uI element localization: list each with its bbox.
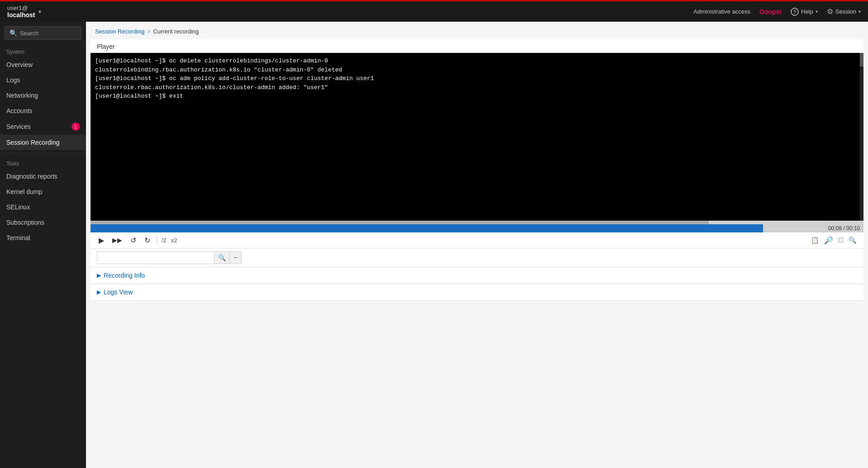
recording-info-header[interactable]: ▶ Recording Info	[97, 270, 857, 281]
speed-double-label[interactable]: x2	[171, 237, 177, 244]
topbar-right-actions: Administrative access Ooops! ? Help ▾ ⚙ …	[693, 7, 861, 16]
help-chevron-icon: ▾	[816, 9, 818, 14]
session-chevron-icon: ▾	[858, 9, 861, 14]
progress-bar-fill	[91, 224, 763, 232]
player-title: Player	[91, 39, 863, 53]
play-button[interactable]: ▶	[97, 235, 106, 246]
controls-right: 📋 🔎 □ 🔍	[810, 235, 857, 246]
tools-section-label: Tools	[0, 156, 86, 169]
player-area: Player [user1@localhost ~]$ oc delete cl…	[91, 39, 863, 468]
sidebar-subscriptions-label: Subscriptions	[6, 219, 44, 226]
logs-view-header[interactable]: ▶ Logs View	[97, 287, 857, 298]
progress-bar-wrapper[interactable]: 00:08 / 00:10	[91, 224, 863, 232]
sidebar-item-terminal[interactable]: Terminal	[0, 230, 86, 246]
sidebar-item-session-recording[interactable]: Session Recording	[0, 135, 86, 150]
sidebar-overview-label: Overview	[6, 61, 33, 68]
logs-view-label: Logs View	[104, 288, 133, 296]
search-filter-bar: 🔍 −	[91, 249, 863, 267]
zoom-out-button[interactable]: 🔎	[823, 235, 834, 246]
player-controls: ▶ ▶▶ ↺ ↻ /2 x2 📋 🔎 □ 🔍	[91, 232, 863, 249]
controls-divider	[157, 236, 157, 244]
topbar-hostname: localhost	[7, 11, 35, 19]
terminal-output: [user1@localhost ~]$ oc delete clusterro…	[91, 53, 863, 104]
sidebar-divider	[0, 153, 86, 153]
main-content: Session Recording > Current recording Pl…	[86, 22, 868, 468]
session-menu[interactable]: ⚙ Session ▾	[827, 7, 861, 16]
search-icon: 🔍	[10, 29, 17, 37]
terminal-hscrollbar-thumb	[91, 221, 709, 224]
system-section-label: System	[0, 44, 86, 57]
sidebar: 🔍 Search System Overview Logs Networking…	[0, 22, 86, 468]
sidebar-item-overview[interactable]: Overview	[0, 57, 86, 72]
sidebar-item-diagnostic-reports[interactable]: Diagnostic reports	[0, 169, 86, 184]
search-input-wrapper[interactable]: 🔍 Search	[5, 26, 81, 40]
breadcrumb-current: Current recording	[153, 28, 199, 35]
terminal-display: [user1@localhost ~]$ oc delete clusterro…	[91, 53, 863, 221]
sidebar-item-logs[interactable]: Logs	[0, 72, 86, 88]
search-filter-input[interactable]	[97, 251, 215, 264]
sidebar-logs-label: Logs	[6, 76, 20, 84]
recording-info-expand-icon: ▶	[97, 272, 101, 279]
ooops-button[interactable]: Ooops!	[759, 8, 782, 15]
search-filter-minus-button[interactable]: −	[230, 251, 242, 264]
breadcrumb: Session Recording > Current recording	[86, 22, 868, 39]
gear-icon: ⚙	[827, 7, 833, 16]
help-label: Help	[801, 8, 813, 15]
sidebar-diagnostic-label: Diagnostic reports	[6, 173, 57, 180]
breadcrumb-separator: >	[147, 28, 150, 35]
sidebar-networking-label: Networking	[6, 92, 38, 99]
sidebar-item-accounts[interactable]: Accounts	[0, 103, 86, 118]
terminal-hscrollbar[interactable]	[91, 221, 863, 224]
sidebar-item-selinux[interactable]: SELinux	[0, 199, 86, 215]
services-badge: 1	[72, 123, 80, 131]
sidebar-terminal-label: Terminal	[6, 234, 30, 241]
fullscreen-button[interactable]: □	[838, 235, 844, 245]
sidebar-session-recording-label: Session Recording	[6, 139, 60, 146]
recording-info-section: ▶ Recording Info	[91, 267, 863, 284]
session-label: Session	[835, 8, 856, 15]
copy-icon-button[interactable]: 📋	[810, 236, 820, 245]
topbar: user1@ localhost ▾ Administrative access…	[0, 0, 868, 22]
speed-half-label[interactable]: /2	[162, 237, 167, 244]
sidebar-item-networking[interactable]: Networking	[0, 88, 86, 103]
zoom-in-button[interactable]: 🔍	[848, 236, 857, 245]
user-host-block: user1@ localhost	[7, 5, 35, 19]
user-dropdown-icon[interactable]: ▾	[38, 9, 41, 15]
search-label: Search	[20, 30, 38, 37]
sidebar-item-services[interactable]: Services 1	[0, 118, 86, 135]
sidebar-services-label: Services	[6, 123, 31, 130]
logs-view-expand-icon: ▶	[97, 289, 101, 295]
sidebar-selinux-label: SELinux	[6, 203, 30, 211]
main-layout: 🔍 Search System Overview Logs Networking…	[0, 22, 868, 468]
replay-button[interactable]: ↻	[143, 235, 152, 246]
progress-time-display: 00:08 / 00:10	[828, 225, 860, 232]
help-icon: ?	[791, 8, 799, 16]
terminal-scrollbar[interactable]	[860, 53, 863, 221]
bottom-padding	[91, 301, 863, 468]
sidebar-accounts-label: Accounts	[6, 107, 33, 114]
skip-forward-button[interactable]: ▶▶	[110, 236, 124, 245]
logs-view-section: ▶ Logs View	[91, 284, 863, 301]
terminal-scrollbar-thumb	[860, 53, 863, 66]
sidebar-item-kernel-dump[interactable]: Kernel dump	[0, 184, 86, 199]
topbar-username: user1@	[7, 5, 35, 12]
sidebar-item-subscriptions[interactable]: Subscriptions	[0, 215, 86, 230]
rewind-button[interactable]: ↺	[129, 235, 138, 246]
breadcrumb-parent-link[interactable]: Session Recording	[95, 28, 144, 35]
recording-info-label: Recording Info	[104, 272, 145, 279]
search-filter-search-button[interactable]: 🔍	[215, 251, 230, 264]
sidebar-kernel-label: Kernel dump	[6, 188, 42, 195]
admin-access-label: Administrative access	[693, 8, 750, 15]
help-menu[interactable]: ? Help ▾	[791, 8, 818, 16]
topbar-user-info: user1@ localhost ▾	[7, 5, 41, 19]
